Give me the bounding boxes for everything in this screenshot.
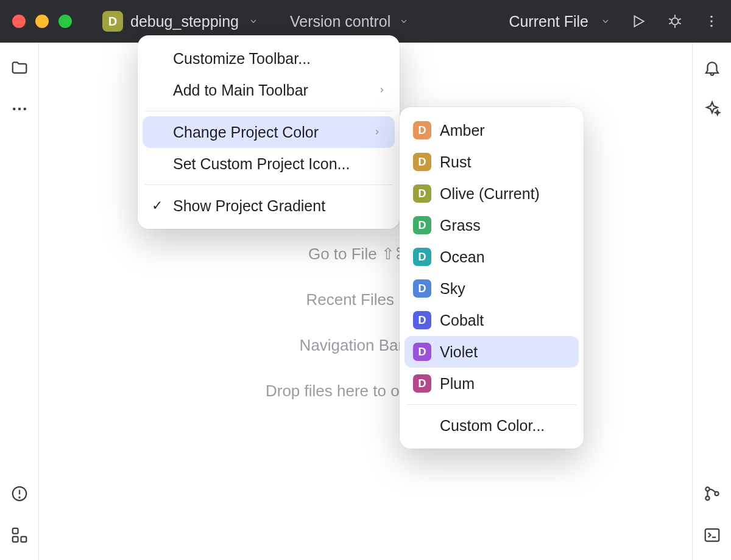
git-tool-icon[interactable]: [702, 483, 722, 504]
problems-tool-icon[interactable]: [9, 483, 30, 504]
project-selector[interactable]: D debug_stepping: [97, 9, 266, 34]
color-menu-item-label: Ocean: [440, 248, 485, 266]
project-color-submenu: DAmberDRustDOlive (Current)DGrassDOceanD…: [400, 107, 584, 449]
debug-button[interactable]: [664, 10, 686, 32]
menu-item-label: Custom Color...: [440, 417, 545, 435]
color-menu-item-label: Plum: [440, 375, 475, 393]
color-menu-item[interactable]: DRust: [400, 146, 584, 178]
svg-line-5: [678, 19, 680, 20]
color-menu-item[interactable]: DOcean: [400, 241, 584, 273]
menu-item[interactable]: Change Project Color: [143, 116, 395, 148]
color-menu-item-label: Sky: [440, 280, 465, 298]
window-controls: [12, 15, 72, 28]
color-swatch: D: [413, 248, 431, 266]
custom-color-menu-item[interactable]: Custom Color...: [400, 410, 584, 441]
menu-item[interactable]: Add to Main Toolbar: [138, 74, 400, 106]
window-close-button[interactable]: [12, 15, 26, 28]
color-menu-item[interactable]: DPlum: [400, 368, 584, 399]
menu-item[interactable]: Customize Toolbar...: [138, 43, 400, 74]
svg-point-16: [19, 497, 19, 498]
chevron-down-icon: [397, 14, 411, 29]
toolbar-context-menu: Customize Toolbar...Add to Main ToolbarC…: [138, 35, 400, 229]
svg-point-8: [710, 16, 712, 18]
more-tools-icon[interactable]: [9, 99, 30, 119]
color-swatch: D: [413, 343, 431, 361]
project-badge: D: [102, 11, 123, 32]
run-button[interactable]: [627, 10, 649, 32]
window-zoom-button[interactable]: [58, 15, 72, 28]
svg-rect-18: [12, 537, 18, 542]
svg-line-7: [678, 23, 680, 24]
left-tool-rail: [0, 43, 39, 560]
color-swatch: D: [413, 216, 431, 234]
svg-point-1: [672, 18, 679, 25]
check-icon: [147, 198, 167, 214]
menu-item-label: Show Project Gradient: [173, 197, 325, 215]
svg-point-11: [13, 108, 16, 111]
color-menu-item-label: Grass: [440, 217, 481, 234]
window-minimize-button[interactable]: [35, 15, 49, 28]
terminal-tool-icon[interactable]: [702, 525, 722, 545]
color-menu-item-label: Cobalt: [440, 312, 484, 329]
svg-point-12: [18, 108, 21, 111]
color-swatch: D: [413, 311, 431, 329]
ai-assistant-icon[interactable]: [702, 99, 722, 119]
svg-line-4: [669, 19, 671, 20]
chevron-down-icon: [246, 14, 261, 29]
menu-separator: [145, 184, 392, 185]
color-menu-item[interactable]: DGrass: [400, 209, 584, 241]
svg-rect-17: [12, 528, 18, 534]
menu-item[interactable]: Show Project Gradient: [138, 190, 400, 222]
run-config-selector[interactable]: Current File: [509, 13, 613, 30]
color-swatch: D: [413, 121, 431, 139]
menu-separator: [145, 111, 392, 111]
right-tool-rail: [692, 43, 731, 560]
chevron-right-icon: [355, 128, 381, 136]
color-swatch: D: [413, 279, 431, 298]
svg-point-21: [705, 496, 709, 500]
color-menu-item-label: Rust: [440, 153, 471, 171]
color-swatch: D: [413, 153, 431, 171]
svg-marker-0: [635, 16, 644, 26]
version-control-selector[interactable]: Version control: [290, 13, 411, 30]
chevron-right-icon: [359, 86, 386, 94]
more-actions-button[interactable]: [701, 10, 722, 32]
color-menu-item[interactable]: DSky: [400, 273, 584, 304]
svg-line-6: [669, 23, 671, 24]
svg-point-13: [23, 108, 26, 111]
svg-rect-23: [705, 529, 719, 541]
chevron-down-icon: [598, 14, 613, 29]
menu-item-label: Customize Toolbar...: [173, 50, 311, 68]
notifications-icon[interactable]: [702, 57, 722, 78]
color-swatch: D: [413, 374, 431, 393]
color-menu-item[interactable]: DAmber: [400, 114, 584, 146]
svg-point-9: [710, 20, 712, 22]
color-menu-item-label: Amber: [440, 122, 485, 139]
svg-point-22: [715, 492, 718, 495]
color-menu-item[interactable]: DCobalt: [400, 304, 584, 336]
menu-item-label: Set Custom Project Icon...: [173, 155, 350, 173]
color-menu-item[interactable]: DOlive (Current): [400, 178, 584, 209]
svg-point-10: [710, 25, 712, 27]
svg-rect-19: [21, 537, 26, 542]
color-menu-item[interactable]: DViolet: [404, 336, 579, 368]
project-name: debug_stepping: [130, 13, 239, 30]
menu-item-label: Change Project Color: [173, 124, 319, 141]
version-control-label: Version control: [290, 13, 390, 30]
structure-tool-icon[interactable]: [9, 525, 30, 545]
run-config-label: Current File: [509, 13, 588, 30]
menu-item[interactable]: Set Custom Project Icon...: [138, 148, 400, 180]
menu-separator: [407, 404, 576, 405]
color-swatch: D: [413, 184, 431, 203]
color-menu-item-label: Olive (Current): [440, 185, 540, 203]
menu-item-label: Add to Main Toolbar: [173, 82, 308, 99]
titlebar-right-cluster: Current File: [509, 10, 722, 32]
color-menu-item-label: Violet: [440, 343, 478, 361]
project-tool-icon[interactable]: [9, 57, 30, 78]
svg-point-20: [705, 487, 709, 491]
